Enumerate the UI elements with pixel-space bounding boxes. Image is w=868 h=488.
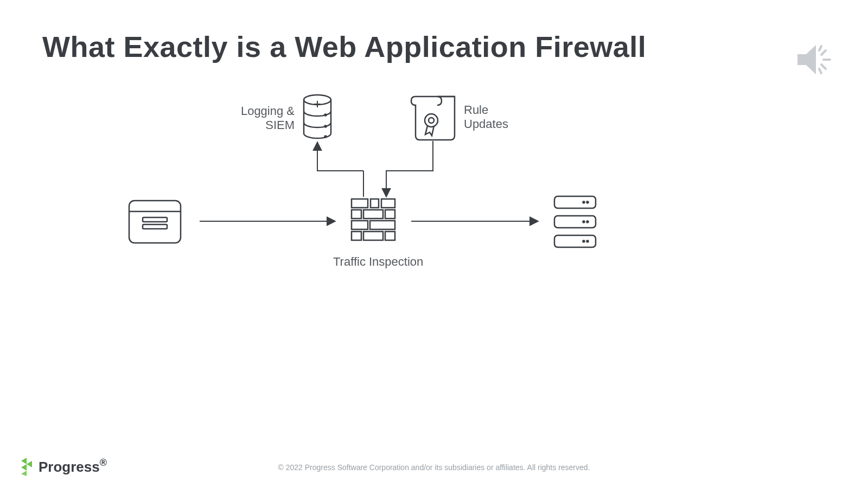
- svg-point-31: [325, 114, 327, 116]
- svg-point-24: [587, 241, 589, 242]
- svg-point-20: [583, 221, 585, 223]
- svg-line-38: [821, 65, 826, 69]
- audio-speaker-icon[interactable]: [792, 35, 841, 86]
- svg-rect-3: [143, 224, 167, 229]
- svg-point-23: [583, 241, 585, 242]
- svg-rect-6: [381, 199, 395, 208]
- svg-point-32: [325, 126, 327, 127]
- svg-rect-11: [370, 221, 395, 229]
- connector-logging: [317, 144, 363, 171]
- svg-point-21: [587, 221, 589, 223]
- progress-logo: Progress®: [19, 458, 107, 476]
- svg-point-17: [587, 202, 589, 203]
- svg-line-39: [819, 46, 821, 50]
- svg-line-36: [821, 50, 826, 55]
- svg-rect-14: [385, 232, 395, 240]
- client-browser-icon: [129, 201, 181, 243]
- progress-logo-text: Progress: [39, 459, 100, 476]
- firewall-icon: [352, 199, 395, 240]
- svg-point-34: [425, 114, 438, 127]
- svg-rect-22: [554, 235, 596, 247]
- waf-diagram: [0, 0, 868, 488]
- certificate-icon: [411, 97, 455, 140]
- svg-rect-19: [554, 216, 596, 228]
- svg-rect-7: [352, 210, 361, 219]
- svg-rect-13: [363, 232, 383, 240]
- connector-rules: [386, 141, 433, 194]
- server-stack-icon: [554, 196, 596, 247]
- progress-logo-icon: [19, 458, 35, 476]
- svg-rect-4: [352, 199, 368, 208]
- svg-point-16: [583, 202, 585, 203]
- svg-rect-12: [352, 232, 361, 240]
- svg-rect-2: [143, 217, 167, 222]
- svg-point-35: [429, 118, 434, 123]
- svg-rect-10: [352, 221, 368, 229]
- svg-rect-8: [363, 210, 383, 219]
- svg-rect-15: [554, 196, 596, 208]
- database-icon: [304, 95, 331, 138]
- svg-rect-9: [385, 210, 395, 219]
- svg-point-33: [325, 136, 327, 138]
- copyright-footer: © 2022 Progress Software Corporation and…: [0, 463, 868, 472]
- svg-line-40: [819, 69, 821, 73]
- svg-rect-5: [371, 199, 379, 208]
